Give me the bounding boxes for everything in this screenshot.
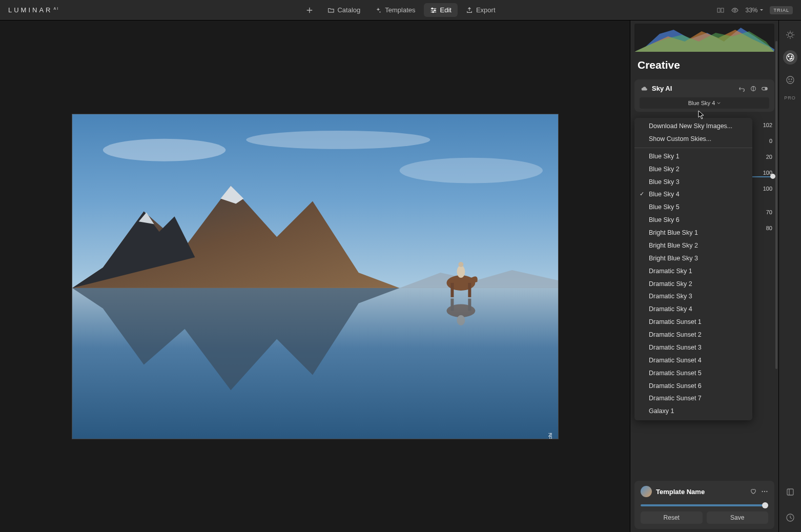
svg-point-7 [102,138,225,161]
template-name: Template Name [656,488,746,496]
chevron-down-icon [717,101,721,105]
svg-point-34 [791,79,791,79]
sky-menu-item[interactable]: Galaxy 2 [634,418,752,420]
slider-knob[interactable] [770,174,775,179]
sky-menu-item[interactable]: Blue Sky 2 [634,163,752,176]
folder-icon [327,7,334,14]
sky-menu: Download New Sky Images... Show Custom S… [634,118,752,420]
sky-menu-item[interactable]: Dramatic Sunset 7 [634,392,752,405]
scrollbar[interactable] [775,41,777,369]
sparkle-icon [375,7,382,14]
sky-menu-item[interactable]: Dramatic Sunset 1 [634,316,752,329]
essentials-tab-icon[interactable] [783,28,797,42]
sky-menu-item[interactable]: Bright Blue Sky 1 [634,227,752,239]
sky-menu-item[interactable]: Blue Sky 5 [634,201,752,214]
sliders-icon [430,7,437,14]
svg-point-2 [433,11,434,12]
nav-catalog[interactable]: Catalog [321,3,366,17]
slider-value: 0 [751,133,774,149]
heart-icon[interactable] [750,488,757,495]
svg-point-15 [458,262,463,267]
preview-eye-icon[interactable] [731,6,739,14]
sky-menu-item[interactable]: Dramatic Sunset 3 [634,341,752,354]
svg-point-32 [787,76,794,84]
nav-center: Catalog Templates Edit Export [299,3,501,17]
export-icon [466,7,473,14]
save-button[interactable]: Save [707,511,769,524]
compare-view-icon[interactable] [716,6,725,14]
cursor-icon [698,110,705,119]
nav-edit[interactable]: Edit [424,3,458,17]
slider-value: 100 [751,180,774,196]
undo-icon[interactable] [738,85,746,92]
right-panel: Creative Sky AI Blue Sky 4 [630,21,778,532]
histogram[interactable] [634,24,774,52]
creative-tab-icon[interactable] [783,50,797,65]
pro-tab-label[interactable]: PRO [784,95,796,100]
svg-rect-18 [468,298,471,311]
sky-menu-item[interactable]: Dramatic Sunset 2 [634,329,752,341]
sky-menu-item[interactable]: Dramatic Sky 3 [634,290,752,303]
svg-rect-12 [450,282,454,297]
svg-point-33 [788,79,789,79]
history-tab-icon[interactable] [783,510,797,525]
visibility-toggle-icon[interactable] [761,85,768,92]
sky-menu-item[interactable]: Bright Blue Sky 2 [634,239,752,252]
sky-menu-item[interactable]: Blue Sky 1 [634,150,752,163]
add-button[interactable] [299,4,319,17]
layers-tab-icon[interactable] [783,485,797,499]
image-canvas[interactable]: © Iurie Belegurschi [72,114,559,439]
template-strength-slider[interactable] [641,504,768,506]
sky-menu-item[interactable]: Galaxy 1 [634,405,752,418]
zoom-value: 33% [745,7,757,14]
trial-badge: TRIAL [770,6,793,14]
more-icon[interactable] [761,488,768,495]
svg-point-27 [787,54,794,61]
mask-icon[interactable] [750,85,757,92]
sky-selection-dropdown[interactable]: Blue Sky 4 [640,97,769,109]
svg-point-23 [762,491,763,492]
sky-menu-item[interactable]: Dramatic Sunset 4 [634,354,752,367]
image-credit: © Iurie Belegurschi [548,433,553,439]
portrait-tab-icon[interactable] [783,73,797,87]
svg-rect-17 [450,298,454,311]
sky-menu-item[interactable]: Dramatic Sky 4 [634,303,752,316]
sky-menu-item[interactable]: Dramatic Sunset 6 [634,380,752,393]
sky-selected-label: Blue Sky 4 [688,100,715,106]
sky-menu-item[interactable]: Blue Sky 3 [634,176,752,189]
svg-point-31 [791,58,792,59]
cloud-icon [641,85,648,92]
sky-menu-item[interactable]: Dramatic Sunset 5 [634,367,752,380]
zoom-control[interactable]: 33% [745,7,764,14]
svg-rect-35 [787,489,793,495]
top-bar: LUMINARAI Catalog Templates Edit [0,0,801,21]
svg-rect-13 [468,282,471,297]
reset-button[interactable]: Reset [641,511,703,524]
nav-export-label: Export [476,6,496,14]
panel-title: Creative [630,52,778,76]
svg-point-1 [434,9,435,10]
sky-menu-item[interactable]: Dramatic Sky 1 [634,265,752,278]
slider-value: 102 [751,117,774,133]
plus-icon [305,7,313,14]
slider-value: 80 [751,220,774,236]
sky-menu-item[interactable]: Bright Blue Sky 3 [634,252,752,265]
svg-point-29 [791,56,792,57]
sky-menu-show-custom[interactable]: Show Custom Skies... [634,133,752,146]
nav-export[interactable]: Export [460,3,502,17]
slider-knob[interactable] [762,502,768,508]
svg-point-30 [790,58,791,59]
svg-point-19 [457,315,465,325]
sky-menu-item[interactable]: Dramatic Sky 2 [634,278,752,291]
canvas-area: © Iurie Belegurschi [0,21,630,532]
sky-menu-item[interactable]: Blue Sky 4 [634,188,752,201]
nav-templates[interactable]: Templates [368,3,421,17]
sky-menu-download[interactable]: Download New Sky Images... [634,120,752,133]
svg-point-26 [788,33,792,37]
template-thumbnail [641,486,652,497]
tool-rail: PRO [778,21,801,532]
svg-point-8 [246,130,430,149]
chevron-down-icon [759,8,764,12]
sky-ai-header[interactable]: Sky AI [634,79,774,97]
sky-menu-item[interactable]: Blue Sky 6 [634,214,752,227]
